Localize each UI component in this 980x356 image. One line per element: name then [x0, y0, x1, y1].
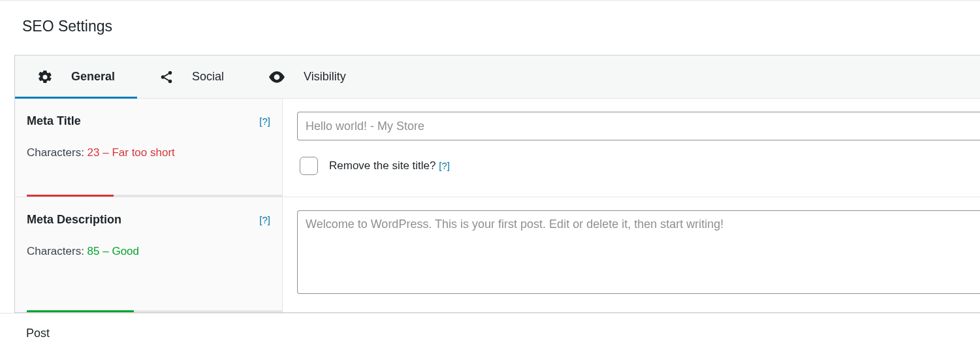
chars-label: Characters: [27, 146, 87, 159]
tab-bar: General Social Visibility [15, 56, 980, 99]
chars-label: Characters: [27, 245, 87, 257]
meta-title-verdict: Far too short [112, 146, 174, 159]
row-meta-title: Meta Title ? Characters: 23 – Far too sh… [15, 99, 980, 197]
meta-title-help[interactable]: ? [259, 116, 270, 127]
tab-social[interactable]: Social [137, 56, 246, 98]
share-icon [159, 70, 174, 84]
eye-icon [268, 71, 285, 84]
tab-label: Visibility [304, 70, 346, 84]
meta-title-bar-fill [27, 195, 114, 197]
meta-title-char-line: Characters: 23 – Far too short [27, 146, 270, 159]
remove-site-title-checkbox[interactable] [300, 157, 318, 175]
svg-point-0 [168, 71, 172, 74]
seo-metabox: General Social Visibility Meta Ti [14, 55, 980, 313]
tab-visibility[interactable]: Visibility [246, 56, 368, 98]
svg-point-1 [161, 75, 165, 79]
row-meta-description: Meta Description ? Characters: 85 – Good [15, 197, 980, 312]
meta-description-char-count: 85 [87, 245, 100, 257]
tab-general[interactable]: General [15, 56, 137, 98]
meta-description-verdict: Good [112, 245, 139, 257]
meta-description-bar-fill [27, 310, 134, 312]
meta-title-input[interactable] [297, 112, 980, 140]
tab-label: General [71, 70, 115, 84]
meta-title-label: Meta Title [27, 114, 81, 128]
meta-description-label: Meta Description [27, 213, 121, 227]
meta-title-bar [27, 195, 282, 197]
meta-description-bar [27, 310, 282, 312]
meta-description-char-line: Characters: 85 – Good [27, 245, 270, 258]
remove-site-title-row[interactable]: Remove the site title? ? [297, 155, 980, 177]
remove-site-title-label: Remove the site title? [329, 159, 435, 172]
section-title: SEO Settings [22, 18, 980, 35]
meta-description-input[interactable] [297, 210, 980, 294]
meta-title-char-count: 23 [87, 146, 100, 159]
remove-site-title-help[interactable]: ? [439, 160, 450, 171]
tab-label: Social [192, 70, 224, 84]
post-label: Post [0, 314, 980, 348]
meta-description-help[interactable]: ? [259, 214, 270, 225]
gear-icon [37, 69, 53, 85]
svg-point-2 [168, 79, 172, 83]
